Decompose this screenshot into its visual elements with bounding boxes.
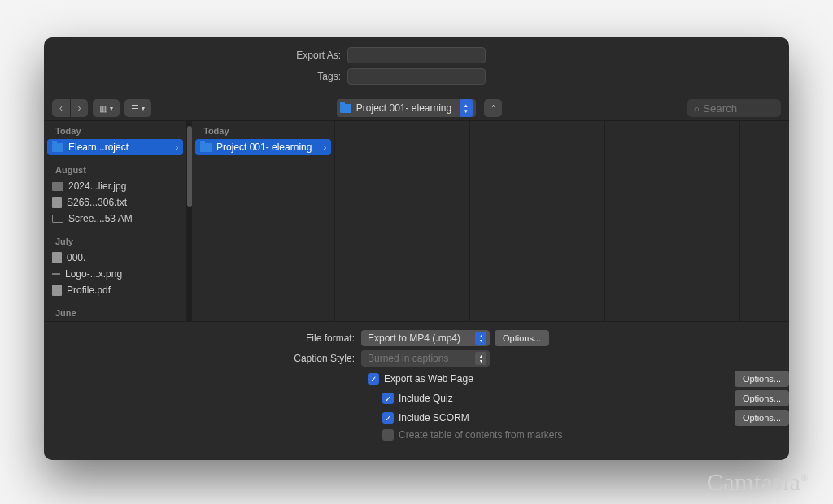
tags-label: Tags: [64, 71, 341, 82]
select-stepper-icon: ▴▾ [475, 332, 486, 345]
path-stepper-icon: ▴▾ [460, 99, 473, 117]
column-section-header: June [44, 303, 186, 321]
nav-back-forward: ‹ › [52, 99, 88, 117]
export-webpage-options-button[interactable]: Options... [735, 371, 789, 387]
view-mode-group: ▥▾ [93, 99, 120, 117]
folder-icon [340, 104, 351, 113]
include-quiz-checkbox[interactable]: ✓ [382, 393, 394, 404]
file-icon [52, 197, 62, 208]
column-section-header: Today [192, 121, 334, 139]
file-browser-item[interactable]: Scree....53 AM [47, 211, 183, 227]
browser-column-empty [335, 121, 470, 321]
back-button[interactable]: ‹ [52, 99, 70, 117]
caption-style-label: Caption Style: [44, 353, 361, 364]
path-dropdown[interactable]: Project 001- elearning ▴▾ [337, 99, 476, 117]
create-toc-label: Create table of contents from markers [399, 429, 562, 441]
browser-column-empty [740, 121, 789, 321]
file-browser-item-label: Elearn...roject [68, 141, 129, 153]
group-mode-group: ☰▾ [124, 99, 151, 117]
columns-icon: ▥ [99, 103, 107, 114]
file-browser-item[interactable]: 2024...lier.jpg [47, 178, 183, 194]
group-button[interactable]: ☰▾ [124, 99, 151, 117]
search-input[interactable] [703, 102, 774, 115]
include-scorm-options-button[interactable]: Options... [735, 410, 789, 426]
column-section-header: August [44, 160, 186, 178]
file-browser-item[interactable]: 000. [47, 250, 183, 266]
chevron-right-icon: › [176, 143, 178, 152]
file-browser-item-label: Logo-...x.png [65, 268, 122, 280]
top-fields: Export As: Tags: [44, 37, 789, 94]
folder-icon [52, 143, 63, 152]
file-format-select[interactable]: Export to MP4 (.mp4) ▴▾ [361, 330, 490, 346]
forward-button[interactable]: › [70, 99, 88, 117]
column-section-header: Today [44, 121, 186, 139]
caption-style-select: Burned in captions ▴▾ [361, 350, 490, 367]
file-browser-item[interactable]: Logo-...x.png [47, 266, 183, 282]
file-browser-item[interactable]: Elearn...roject› [47, 139, 183, 155]
toolbar: ‹ › ▥▾ ☰▾ Project 001- elearning ▴▾ ˄ ⌕ [44, 96, 789, 120]
file-browser-item[interactable]: S266...306.txt [47, 194, 183, 211]
export-as-label: Export As: [64, 50, 341, 61]
browser-column-empty [605, 121, 740, 321]
collapse-button[interactable]: ˄ [484, 99, 502, 117]
file-icon [52, 252, 62, 263]
select-stepper-icon: ▴▾ [475, 352, 486, 365]
tags-input[interactable] [347, 68, 486, 85]
path-text: Project 001- elearning [355, 102, 456, 114]
include-quiz-options-button[interactable]: Options... [735, 390, 789, 406]
create-toc-checkbox: ✓ [382, 429, 394, 441]
chevron-down-icon: ▾ [110, 105, 113, 112]
list-icon: ☰ [131, 103, 139, 114]
browser-empty-columns [335, 121, 789, 321]
file-browser-item-label: Profile.pdf [67, 285, 111, 296]
include-scorm-label: Include SCORM [399, 412, 469, 424]
file-browser-item[interactable]: Project 001- elearning› [195, 139, 331, 155]
column-section-header: July [44, 232, 186, 250]
chevron-down-icon: ▾ [142, 105, 145, 112]
export-webpage-label: Export as Web Page [384, 373, 473, 385]
view-columns-button[interactable]: ▥▾ [93, 99, 120, 117]
caption-style-value: Burned in captions [368, 353, 448, 364]
file-browser-item-label: 2024...lier.jpg [68, 180, 126, 192]
file-browser-item-label: S266...306.txt [67, 197, 127, 208]
file-browser-item[interactable]: Profile.pdf [47, 282, 183, 298]
browser-column-empty [470, 121, 605, 321]
dash-icon [52, 273, 60, 275]
file-format-value: Export to MP4 (.mp4) [368, 332, 460, 344]
export-webpage-checkbox[interactable]: ✓ [368, 373, 379, 385]
browser-column-0: TodayElearn...roject›August2024...lier.j… [44, 121, 187, 321]
monitor-icon [52, 215, 63, 223]
search-field[interactable]: ⌕ [687, 99, 781, 117]
export-as-input[interactable] [347, 47, 486, 63]
chevron-right-icon: › [78, 102, 81, 114]
file-browser: TodayElearn...roject›August2024...lier.j… [44, 120, 789, 322]
include-scorm-checkbox[interactable]: ✓ [382, 412, 394, 424]
image-icon [52, 182, 63, 191]
file-browser-item-label: Project 001- elearning [216, 141, 312, 153]
browser-column-1: TodayProject 001- elearning› [192, 121, 335, 321]
chevron-right-icon: › [324, 143, 326, 152]
camtasia-watermark: Camtasia® [707, 468, 809, 496]
export-dialog: Export As: Tags: ‹ › ▥▾ ☰▾ Project 001- … [44, 37, 789, 460]
export-options: File format: Export to MP4 (.mp4) ▴▾ Opt… [44, 322, 789, 449]
search-icon: ⌕ [694, 103, 700, 113]
chevron-left-icon: ‹ [59, 102, 63, 114]
dialog-footer: New Folder Cancel Export [44, 452, 789, 460]
file-format-label: File format: [44, 332, 361, 344]
file-browser-item-label: 000. [67, 252, 85, 263]
file-browser-item-label: Scree....53 AM [68, 213, 133, 224]
chevron-up-icon: ˄ [491, 104, 495, 113]
file-icon [52, 285, 62, 296]
include-quiz-label: Include Quiz [399, 393, 453, 404]
file-format-options-button[interactable]: Options... [495, 330, 549, 346]
folder-icon [200, 143, 212, 152]
